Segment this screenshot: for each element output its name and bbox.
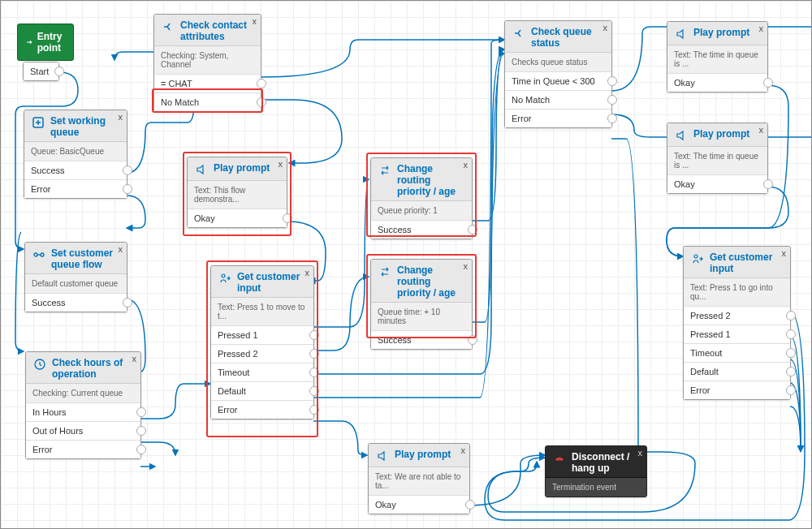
- branch-error: Error: [505, 109, 611, 127]
- branch-icon: [512, 26, 526, 41]
- branch-out-of-hours: Out of Hours: [26, 421, 140, 440]
- block-disconnect[interactable]: x Disconnect / hang up Termination event: [545, 445, 647, 497]
- hangup-icon: [552, 451, 567, 466]
- block-play-prompt-intro[interactable]: x Play prompt Text: This flow demonstra.…: [187, 157, 287, 228]
- close-icon[interactable]: x: [782, 248, 787, 258]
- entry-start[interactable]: Start: [23, 62, 59, 81]
- svg-point-1: [34, 253, 37, 256]
- branch-error: Error: [26, 440, 140, 458]
- block-change-routing-priority[interactable]: x Change routing priority / age Queue pr…: [370, 157, 473, 239]
- speaker-icon: [375, 449, 390, 463]
- block-get-customer-input-1[interactable]: x Get customer input Text: Press 1 to mo…: [210, 265, 314, 419]
- close-icon[interactable]: x: [603, 23, 608, 32]
- close-icon[interactable]: x: [119, 244, 123, 254]
- svg-point-2: [41, 253, 44, 256]
- close-icon[interactable]: x: [253, 16, 257, 26]
- branch-in-hours: In Hours: [26, 402, 140, 421]
- branch-time-lt-300: Time in Queue < 300: [505, 71, 611, 90]
- close-icon[interactable]: x: [279, 159, 283, 169]
- branch-okay: Okay: [369, 495, 469, 514]
- close-icon[interactable]: x: [132, 354, 137, 363]
- branch-timeout: Timeout: [684, 343, 790, 362]
- close-icon[interactable]: x: [759, 24, 764, 33]
- branch-okay: Okay: [188, 209, 287, 227]
- close-icon[interactable]: x: [759, 125, 764, 135]
- branch-error: Error: [211, 400, 313, 419]
- branch-timeout: Timeout: [211, 363, 313, 381]
- branch-chat: = CHAT: [154, 74, 261, 92]
- branch-success: Success: [371, 330, 472, 349]
- branch-pressed-2: Pressed 2: [211, 344, 313, 363]
- svg-point-4: [222, 274, 225, 277]
- queue-icon: [31, 115, 45, 130]
- branch-error: Error: [684, 381, 790, 399]
- branch-success: Success: [371, 220, 472, 239]
- entry-start-branch: Start: [24, 62, 58, 80]
- entry-label: Entry point: [37, 31, 65, 54]
- branch-pressed-1: Pressed 1: [211, 325, 313, 344]
- speaker-icon: [674, 27, 689, 41]
- block-play-prompt-q2[interactable]: x Play prompt Text: The time in queue is…: [667, 123, 768, 194]
- svg-point-5: [694, 255, 698, 258]
- block-check-contact-attributes[interactable]: x Check contact attributes Checking: Sys…: [153, 14, 261, 112]
- port[interactable]: [54, 67, 64, 76]
- speaker-icon: [194, 162, 209, 177]
- branch-okay: Okay: [667, 73, 767, 92]
- branch-success: Success: [24, 161, 127, 179]
- block-check-hours[interactable]: x Check hours of operation Checking: Cur…: [25, 351, 141, 459]
- swap-icon: [378, 264, 392, 279]
- branch-success: Success: [25, 293, 127, 312]
- block-check-queue-status[interactable]: x Check queue status Checks queue status…: [504, 20, 612, 128]
- block-play-prompt-notable[interactable]: x Play prompt Text: We are not able to t…: [368, 443, 470, 514]
- branch-no-match: No Match: [505, 90, 611, 109]
- speaker-icon: [674, 128, 689, 143]
- close-icon[interactable]: x: [305, 268, 310, 277]
- branch-icon: [161, 19, 175, 34]
- close-icon[interactable]: x: [638, 448, 643, 458]
- close-icon[interactable]: x: [464, 261, 469, 271]
- close-icon[interactable]: x: [461, 445, 466, 455]
- clock-icon: [32, 357, 47, 372]
- branch-default: Default: [684, 362, 790, 381]
- branch-okay: Okay: [667, 174, 767, 193]
- branch-pressed-2: Pressed 2: [684, 306, 790, 325]
- branch-default: Default: [211, 381, 313, 400]
- flow-icon: [32, 247, 46, 262]
- swap-icon: [378, 163, 392, 178]
- close-icon[interactable]: x: [119, 112, 123, 122]
- close-icon[interactable]: x: [464, 160, 469, 170]
- branch-error: Error: [24, 179, 127, 198]
- person-input-icon: [218, 271, 232, 286]
- block-play-prompt-q1[interactable]: x Play prompt Text: The time in queue is…: [667, 21, 768, 92]
- branch-pressed-1: Pressed 1: [684, 325, 790, 343]
- block-change-routing-age[interactable]: x Change routing priority / age Queue ti…: [370, 259, 473, 350]
- block-set-working-queue[interactable]: x Set working queue Queue: BasicQueue Su…: [24, 110, 127, 199]
- branch-no-match: No Match: [154, 92, 261, 111]
- person-input-icon: [690, 252, 705, 266]
- block-get-customer-input-2[interactable]: x Get customer input Text: Press 1 to go…: [683, 246, 791, 400]
- entry-point[interactable]: Entry point: [17, 24, 74, 61]
- block-set-customer-queue-flow[interactable]: x Set customer queue flow Default custom…: [24, 242, 127, 312]
